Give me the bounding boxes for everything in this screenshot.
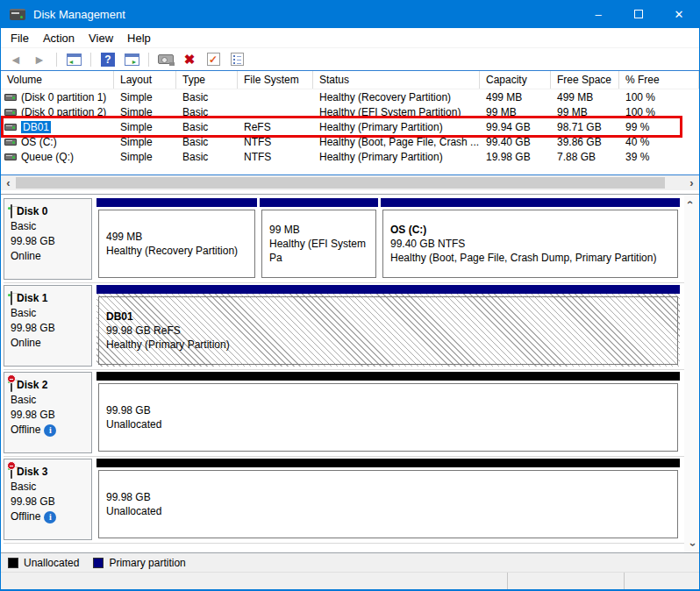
help-icon[interactable]: ?	[98, 50, 118, 69]
scroll-up-icon[interactable]: ‹	[686, 201, 698, 204]
disk-graphical-pane: Disk 0 Basic 99.98 GB Online 499 MB Heal…	[1, 195, 699, 552]
legend-bar: Unallocated Primary partition	[1, 552, 699, 572]
toolbar-separator	[148, 53, 149, 67]
partition-status: Unallocated	[106, 504, 677, 518]
window-controls: – ✕	[578, 0, 699, 28]
partition-title: OS (C:)	[390, 223, 677, 237]
scroll-left-icon[interactable]: ‹	[1, 175, 16, 190]
table-row-selected[interactable]: DB01 Simple Basic ReFS Healthy (Primary …	[1, 119, 699, 134]
partition-color-bar	[260, 198, 378, 207]
menu-help[interactable]: Help	[120, 28, 158, 47]
column-header-file-system[interactable]: File System	[238, 71, 313, 89]
disk-icon	[11, 204, 12, 219]
disk3-label[interactable]: Disk 3 Basic 99.98 GB Offline	[4, 459, 92, 540]
info-icon[interactable]	[44, 424, 56, 437]
table-row[interactable]: Queue (Q:) Simple Basic NTFS Healthy (Pr…	[1, 149, 699, 164]
cell-type: Basic	[176, 106, 238, 118]
disk-offline-icon	[11, 465, 12, 480]
column-header-layout[interactable]: Layout	[114, 71, 176, 89]
partition-unallocated[interactable]: 99.98 GB Unallocated	[96, 459, 680, 540]
vertical-scrollbar[interactable]: ‹ ‹	[684, 195, 699, 552]
partition-size: 99.98 GB	[106, 490, 677, 504]
disk-kind: Basic	[11, 306, 86, 321]
statusbar-segment	[1, 573, 507, 589]
partition-size: 99 MB	[269, 223, 375, 237]
disk-size: 99.98 GB	[11, 234, 86, 249]
menubar: File Action View Help	[1, 28, 699, 47]
column-header-pct-free[interactable]: % Free	[619, 71, 699, 89]
app-icon	[10, 9, 25, 20]
cell-status: Healthy (Boot, Page File, Crash ...	[313, 136, 480, 148]
disk-name: Disk 1	[17, 291, 47, 306]
partition-os-c[interactable]: OS (C:) 99.40 GB NTFS Healthy (Boot, Pag…	[381, 198, 680, 280]
partition-status: Healthy (Boot, Page File, Crash Dump, Pr…	[390, 251, 677, 265]
check-document-glyph: ✓	[207, 53, 220, 66]
disk-size: 99.98 GB	[11, 408, 86, 423]
partition-unallocated[interactable]: 99.98 GB Unallocated	[96, 372, 680, 453]
disk-size: 99.98 GB	[11, 321, 86, 336]
scroll-right-icon[interactable]: ›	[684, 175, 699, 190]
cell-status: Healthy (Primary Partition)	[313, 151, 480, 163]
table-row[interactable]: (Disk 0 partition 2) Simple Basic Health…	[1, 104, 699, 119]
horizontal-scrollbar[interactable]: ‹ ›	[1, 175, 699, 190]
volume-drive-icon	[4, 124, 17, 131]
action-pane-icon[interactable]	[122, 50, 141, 69]
volume-drive-icon	[4, 153, 17, 160]
partition-db01-selected[interactable]: DB01 99.98 GB ReFS Healthy (Primary Part…	[96, 285, 680, 367]
forward-icon[interactable]: ►	[30, 50, 49, 69]
partition-recovery[interactable]: 499 MB Healthy (Recovery Partition)	[96, 198, 257, 280]
menu-file[interactable]: File	[4, 28, 36, 47]
disk-management-window: Disk Management – ✕ File Action View Hel…	[0, 0, 700, 591]
menu-view[interactable]: View	[82, 28, 120, 47]
cell-capacity: 99.94 GB	[480, 121, 551, 133]
disk2-label[interactable]: Disk 2 Basic 99.98 GB Offline	[4, 372, 92, 453]
volume-drive-icon	[4, 94, 17, 101]
cell-pct-free: 100 %	[619, 106, 699, 118]
cell-status: Healthy (Recovery Partition)	[313, 91, 480, 103]
disk1-label[interactable]: Disk 1 Basic 99.98 GB Online	[4, 285, 92, 367]
properties-icon[interactable]	[227, 50, 246, 69]
toolbar: ◄ ► ? ✖ ✓	[1, 47, 699, 70]
disk-name: Disk 3	[17, 465, 47, 480]
column-header-status[interactable]: Status	[313, 71, 480, 89]
cell-capacity: 19.98 GB	[480, 151, 551, 163]
cell-status: Healthy (EFI System Partition)	[313, 106, 480, 118]
cell-layout: Simple	[114, 151, 176, 163]
minimize-button[interactable]: –	[578, 0, 618, 28]
scroll-down-icon[interactable]: ‹	[686, 543, 698, 546]
table-row[interactable]: (Disk 0 partition 1) Simple Basic Health…	[1, 89, 699, 104]
info-icon[interactable]	[44, 511, 56, 523]
maximize-button[interactable]	[618, 0, 659, 28]
legend-swatch-primary	[93, 558, 104, 568]
disk-kind: Basic	[11, 393, 86, 408]
disk-icon	[11, 291, 12, 306]
cell-layout: Simple	[114, 106, 176, 118]
volume-list-pane: Volume Layout Type File System Status Ca…	[1, 70, 699, 175]
column-header-volume[interactable]: Volume	[1, 71, 114, 89]
forward-arrow-glyph: ►	[33, 53, 46, 66]
legend-label-primary: Primary partition	[109, 557, 185, 569]
horizontal-scrollbar-thumb[interactable]	[16, 177, 665, 189]
disk0-label[interactable]: Disk 0 Basic 99.98 GB Online	[4, 198, 92, 280]
check-document-icon[interactable]: ✓	[204, 50, 223, 69]
cell-pct-free: 39 %	[619, 151, 699, 163]
delete-volume-icon[interactable]: ✖	[180, 50, 199, 69]
disk-size: 99.98 GB	[11, 495, 86, 509]
console-tree-icon[interactable]	[64, 50, 83, 69]
cell-pct-free: 100 %	[619, 91, 699, 103]
column-header-type[interactable]: Type	[176, 71, 238, 89]
partition-size: 99.98 GB ReFS	[106, 324, 677, 338]
volume-name: Queue (Q:)	[21, 151, 74, 163]
column-header-capacity[interactable]: Capacity	[480, 71, 551, 89]
partition-efi[interactable]: 99 MB Healthy (EFI System Pa	[260, 198, 378, 280]
partition-status: Healthy (Recovery Partition)	[106, 244, 254, 258]
menu-action[interactable]: Action	[36, 28, 82, 47]
device-icon[interactable]	[156, 50, 175, 69]
table-row[interactable]: OS (C:) Simple Basic NTFS Healthy (Boot,…	[1, 134, 699, 149]
volume-name-selected: DB01	[21, 121, 51, 133]
back-icon[interactable]: ◄	[6, 50, 25, 69]
cell-type: Basic	[176, 121, 238, 133]
column-header-free-space[interactable]: Free Space	[551, 71, 619, 89]
close-button[interactable]: ✕	[659, 0, 699, 28]
window-title: Disk Management	[33, 8, 125, 21]
